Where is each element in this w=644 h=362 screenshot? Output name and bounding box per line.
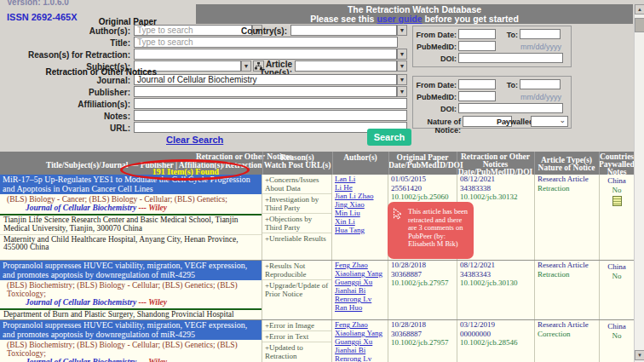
article-title-link[interactable]: Propranolol suppresses HUVEC viability, …: [0, 320, 262, 340]
author-link[interactable]: Hua Tang: [332, 226, 388, 234]
reason-item: +Investigation by Third Party: [262, 193, 331, 213]
article-type-dropdown-button[interactable]: ▼: [397, 60, 407, 72]
subjects-text: (BLS) Biochemistry; (BLS) Biology - Cell…: [0, 340, 262, 358]
country-label: Country(s):: [217, 26, 287, 36]
subjects-text: (BLS) Biology - Cancer; (BLS) Biology - …: [0, 194, 262, 204]
reason-label: Reason(s) for Retraction:: [0, 50, 130, 60]
original-paper-panel: From Date: To: PubMedID: mm/dd/yyyy DOI:: [412, 26, 572, 67]
author-link[interactable]: Jian Li Zhao: [332, 192, 388, 200]
results-table-body: MiR-17–5p Up-Regulates YES1 to Modulate …: [0, 175, 635, 362]
op-from-date-input[interactable]: [458, 29, 496, 39]
author-link[interactable]: Jianhai Bi: [332, 286, 388, 295]
rn-to-input[interactable]: [520, 79, 561, 89]
country-link[interactable]: China: [607, 322, 626, 330]
rn-from-date-input[interactable]: [458, 79, 496, 89]
user-guide-link[interactable]: user guide: [377, 14, 422, 24]
author-link[interactable]: Guangqi Xu: [332, 278, 388, 286]
article-type-input[interactable]: [295, 60, 397, 72]
rn-to-label: To:: [497, 81, 518, 89]
op-to-label: To:: [497, 31, 518, 39]
search-button[interactable]: Search: [367, 129, 411, 146]
author-link[interactable]: Renrong Lv: [332, 354, 388, 362]
article-title-link[interactable]: Propranolol suppresses HUVEC viability, …: [0, 261, 262, 280]
rn-doi-input[interactable]: [458, 103, 563, 113]
publisher-name-link[interactable]: Wiley: [148, 298, 167, 307]
country-input[interactable]: [290, 25, 397, 36]
country-dropdown-button[interactable]: ▼: [397, 25, 407, 36]
original-paper-section-title: Original Paper: [0, 17, 157, 26]
paywalled-select[interactable]: [531, 116, 568, 127]
notices-panel: From Date: To: PubMedID: mm/dd/yyyy DOI:…: [412, 76, 572, 129]
pubpeer-tooltip-text: This article has been retracted and ther…: [408, 207, 468, 248]
journal-input[interactable]: [134, 74, 397, 85]
journal-name-link[interactable]: Journal of Cellular Biochemistry: [26, 298, 136, 307]
paywalled-text: No: [600, 331, 634, 341]
reason-item: +Unreliable Results: [262, 233, 331, 244]
op-to-input[interactable]: [520, 29, 561, 39]
header-article-type: Article Type(s)Nature of Notice: [534, 157, 599, 172]
author-link[interactable]: Lan Li: [332, 175, 388, 183]
author-link[interactable]: Feng Zhao: [332, 261, 388, 269]
journal-name-link[interactable]: Journal of Cellular Biochemistry: [26, 358, 136, 362]
rn-pubmedid-input[interactable]: [458, 91, 496, 101]
reason-input[interactable]: [134, 49, 397, 60]
op-doi-input[interactable]: [458, 53, 563, 63]
title-input[interactable]: [134, 37, 398, 48]
author-link[interactable]: Renrong Lv: [332, 295, 388, 303]
reason-item: +Updated to Retraction: [262, 342, 331, 361]
scrollbar-thumb[interactable]: [635, 18, 644, 32]
author-link[interactable]: Li He: [332, 183, 388, 192]
notice-doi: 10.1002/jcb.30130: [457, 279, 534, 288]
author-link[interactable]: Ran Huo: [332, 303, 388, 312]
reason-item: +Error in Text: [262, 330, 331, 342]
journal-dropdown-button[interactable]: ▼: [397, 74, 407, 85]
publisher-dropdown-button[interactable]: ▼: [397, 86, 407, 97]
affiliation-label: Affiliation(s):: [0, 100, 130, 109]
reason-dropdown-button[interactable]: ▼: [397, 49, 407, 60]
nature-of-notice-text: Retraction: [535, 184, 599, 193]
article-title-link[interactable]: MiR-17–5p Up-Regulates YES1 to Modulate …: [0, 175, 262, 194]
country-link[interactable]: China: [607, 262, 626, 271]
author-link[interactable]: Xin Li: [332, 217, 388, 226]
op-date-format-hint: mm/dd/yyyy: [520, 43, 561, 51]
journal-name-link[interactable]: Journal of Cellular Biochemistry: [26, 204, 136, 212]
url-input[interactable]: [134, 122, 407, 133]
publisher-name-link[interactable]: Wiley: [148, 204, 167, 212]
author-link[interactable]: Jianhai Bi: [332, 346, 388, 354]
op-from-date-label: From Date:: [413, 31, 457, 39]
header-original-paper: Original PaperDate/PubMedID/DOI: [388, 154, 457, 170]
publisher-name-link[interactable]: Wiley: [148, 358, 167, 362]
author-link[interactable]: Guangqi Xu: [332, 337, 388, 346]
notes-input[interactable]: [134, 110, 407, 121]
original-date: 10/28/2018: [388, 320, 457, 330]
original-pubmedid: 30368887: [388, 330, 457, 339]
scroll-up-button[interactable]: ▲: [635, 4, 644, 14]
author-link[interactable]: Min Liu: [332, 209, 388, 217]
op-pubmedid-label: PubMedID:: [413, 43, 457, 51]
table-row: Propranolol suppresses HUVEC viability, …: [0, 260, 635, 319]
author-link[interactable]: Jing Xiao: [332, 200, 388, 209]
author-link[interactable]: Feng Zhao: [332, 320, 388, 329]
url-label: URL:: [0, 124, 130, 133]
app-subtitle: Please see thisuser guidebefore you get …: [196, 14, 633, 24]
original-doi: 10.1002/jcb.25060: [388, 192, 457, 202]
original-pubmedid: 30368887: [388, 270, 457, 279]
journal-publisher-line: Journal of Cellular Biochemistry --- Wil…: [0, 204, 262, 215]
original-date: 10/28/2018: [388, 261, 457, 270]
country-link[interactable]: China: [607, 176, 626, 185]
author-link[interactable]: Xiaoliang Yang: [332, 269, 388, 278]
affiliation-input[interactable]: [134, 98, 407, 109]
journal-publisher-line: Journal of Cellular Biochemistry --- Wil…: [0, 298, 262, 310]
vertical-scrollbar[interactable]: ▲ ▼: [634, 4, 644, 362]
reason-item: +Error in Image: [262, 320, 331, 330]
scroll-down-button[interactable]: ▼: [635, 350, 644, 360]
notes-icon[interactable]: [612, 196, 622, 206]
notes-label: Notes:: [0, 112, 130, 121]
author-link[interactable]: Xiaoliang Yang: [332, 329, 388, 337]
publisher-input[interactable]: [134, 86, 397, 97]
results-count: 191 Item(s) Found: [128, 167, 244, 176]
author-label: Author(s):: [0, 26, 130, 36]
op-pubmedid-input[interactable]: [458, 41, 496, 51]
clear-search-link[interactable]: Clear Search: [166, 135, 223, 145]
version-label: Version: 1.0.6.0: [7, 0, 69, 7]
